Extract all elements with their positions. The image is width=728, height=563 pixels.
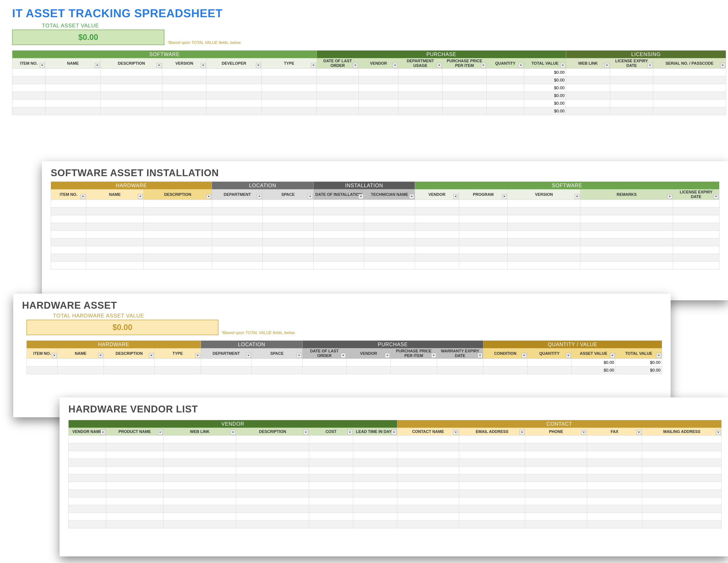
col-department[interactable]: DEPARTMENT	[201, 349, 252, 359]
col-total-value[interactable]: TOTAL VALUE	[524, 58, 566, 69]
software-install-table[interactable]: HARDWARE LOCATION INSTALLATION SOFTWARE …	[51, 181, 719, 269]
col-email[interactable]: EMAIL ADDRESS	[459, 428, 525, 436]
table-row[interactable]	[69, 482, 722, 490]
col-date-install[interactable]: DATE OF INSTALLATION	[313, 189, 364, 200]
filter-icon[interactable]	[453, 194, 458, 199]
software-asset-table[interactable]: SOFTWARE PURCHASE LICENSING ITEM NO. NAM…	[12, 50, 726, 115]
filter-icon[interactable]	[392, 430, 396, 435]
table-row[interactable]	[51, 200, 719, 207]
col-type[interactable]: TYPE	[155, 349, 201, 359]
col-fax[interactable]: FAX	[587, 428, 642, 436]
col-item-no[interactable]: ITEM NO.	[51, 189, 86, 200]
col-web-link[interactable]: WEB LINK	[163, 428, 236, 436]
filter-icon[interactable]	[604, 63, 609, 68]
col-total-value[interactable]: TOTAL VALUE	[616, 349, 662, 359]
table-row[interactable]: $0.00	[12, 69, 726, 76]
col-space[interactable]: SPACE	[252, 349, 302, 359]
filter-icon[interactable]	[206, 194, 211, 199]
col-name[interactable]: NAME	[58, 349, 104, 359]
col-description[interactable]: DESCRIPTION	[144, 189, 212, 200]
filter-icon[interactable]	[667, 194, 672, 199]
hardware-vendor-table[interactable]: VENDOR CONTACT VENDOR NAME PRODUCT NAME …	[68, 420, 722, 528]
col-contact-name[interactable]: CONTACT NAME	[397, 428, 459, 436]
col-warranty-expiry[interactable]: WARRANTY EXPIRY DATE	[437, 349, 483, 359]
filter-icon[interactable]	[714, 194, 719, 199]
filter-icon[interactable]	[437, 63, 442, 68]
filter-icon[interactable]	[656, 353, 661, 358]
filter-icon[interactable]	[195, 353, 200, 358]
col-type[interactable]: TYPE	[262, 58, 317, 69]
table-row[interactable]	[69, 436, 722, 443]
col-description[interactable]: DESCRIPTION	[236, 428, 309, 436]
filter-icon[interactable]	[502, 194, 507, 199]
col-web-link[interactable]: WEB LINK	[566, 58, 610, 69]
table-row[interactable]: $0.00	[12, 76, 726, 84]
table-row[interactable]	[69, 497, 722, 505]
col-description[interactable]: DESCRIPTION	[104, 349, 155, 359]
table-row[interactable]: $0.00	[12, 84, 726, 92]
table-row[interactable]	[69, 474, 722, 482]
filter-icon[interactable]	[716, 430, 721, 435]
filter-icon[interactable]	[138, 194, 143, 199]
col-lead-time[interactable]: LEAD TIME IN DAYS	[353, 428, 397, 436]
col-technician[interactable]: TECHNICIAN NAME	[364, 189, 415, 200]
filter-icon[interactable]	[40, 63, 45, 68]
filter-icon[interactable]	[303, 430, 308, 435]
col-department-usage[interactable]: DEPARTMENT USAGE	[398, 58, 443, 69]
col-vendor-name[interactable]: VENDOR NAME	[69, 428, 106, 436]
col-version[interactable]: VERSION	[508, 189, 580, 200]
filter-icon[interactable]	[157, 63, 161, 68]
col-space[interactable]: SPACE	[263, 189, 313, 200]
filter-icon[interactable]	[453, 430, 458, 435]
table-row[interactable]	[69, 459, 722, 467]
filter-icon[interactable]	[311, 63, 316, 68]
filter-icon[interactable]	[347, 430, 352, 435]
col-developer[interactable]: DEVELOPER	[206, 58, 262, 69]
table-row[interactable]	[51, 254, 719, 261]
table-row[interactable]: $0.00$0.00	[27, 367, 662, 374]
col-date-last-order[interactable]: DATE OF LAST ORDER	[302, 349, 347, 359]
filter-icon[interactable]	[636, 430, 641, 435]
filter-icon[interactable]	[518, 63, 523, 68]
col-quantity[interactable]: QUANTITY	[487, 58, 524, 69]
col-version[interactable]: VERSION	[162, 58, 206, 69]
table-row[interactable]: $0.00	[12, 92, 726, 100]
table-row[interactable]	[51, 223, 719, 231]
table-row[interactable]	[69, 521, 722, 528]
col-price-per-item[interactable]: PURCHASE PRICE PER ITEM	[391, 349, 437, 359]
table-row[interactable]	[51, 207, 719, 215]
filter-icon[interactable]	[256, 63, 261, 68]
col-cost[interactable]: COST	[309, 428, 353, 436]
col-quantity[interactable]: QUANTITY	[527, 349, 572, 359]
filter-icon[interactable]	[520, 430, 524, 435]
col-mailing[interactable]: MAILING ADDRESS	[642, 428, 722, 436]
filter-icon[interactable]	[610, 353, 615, 358]
table-row[interactable]: $0.00$0.00	[27, 359, 662, 367]
col-condition[interactable]: CONDITION	[483, 349, 527, 359]
filter-icon[interactable]	[353, 63, 358, 68]
table-row[interactable]: $0.00	[12, 107, 726, 115]
col-license-expiry[interactable]: LICENSE EXPIRY DATE	[610, 58, 653, 69]
table-row[interactable]	[69, 513, 722, 521]
filter-icon[interactable]	[149, 353, 154, 358]
filter-icon[interactable]	[478, 353, 482, 358]
filter-icon[interactable]	[98, 353, 103, 358]
filter-icon[interactable]	[409, 194, 414, 199]
table-row[interactable]: $0.00	[12, 100, 726, 107]
filter-icon[interactable]	[257, 194, 262, 199]
col-item-no[interactable]: ITEM NO.	[12, 58, 45, 69]
filter-icon[interactable]	[231, 430, 235, 435]
filter-icon[interactable]	[158, 430, 163, 435]
table-row[interactable]	[69, 451, 722, 459]
table-row[interactable]	[51, 246, 719, 254]
filter-icon[interactable]	[385, 353, 390, 358]
filter-icon[interactable]	[100, 430, 105, 435]
filter-icon[interactable]	[393, 63, 398, 68]
col-vendor[interactable]: VENDOR	[347, 349, 391, 359]
filter-icon[interactable]	[560, 63, 565, 68]
table-row[interactable]	[69, 443, 722, 451]
filter-icon[interactable]	[201, 63, 206, 68]
table-row[interactable]	[51, 215, 719, 223]
col-license-expiry[interactable]: LICENSE EXPIRY DATE	[673, 189, 719, 200]
col-vendor[interactable]: VENDOR	[415, 189, 459, 200]
